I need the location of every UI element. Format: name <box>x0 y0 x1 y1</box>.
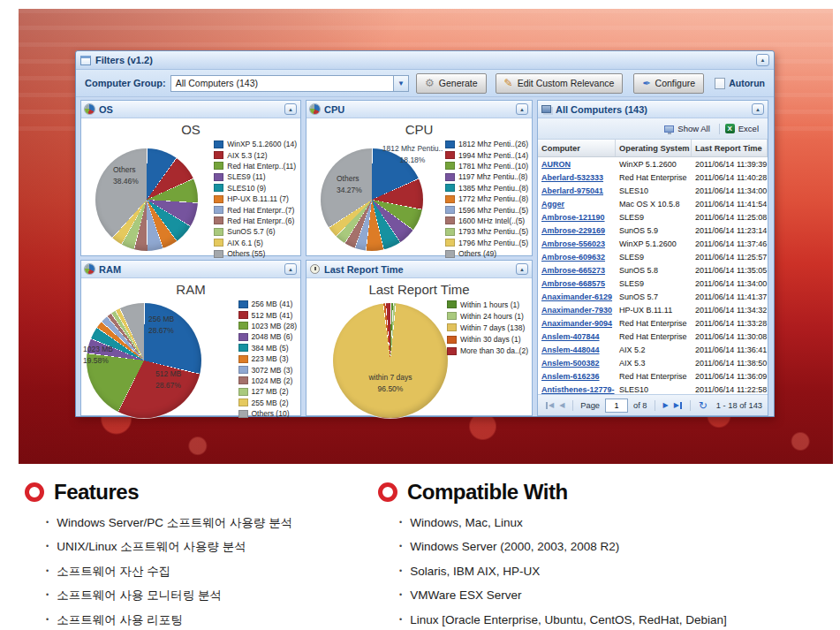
last-report-time-cell: 2011/06/14 11:34:32 <box>692 306 768 315</box>
collapse-icon[interactable] <box>516 263 528 275</box>
refresh-icon[interactable] <box>699 400 708 411</box>
generate-button[interactable]: Generate <box>416 73 487 94</box>
computer-link[interactable]: Ambrose-609632 <box>538 253 616 262</box>
legend-item: Within 7 days (138) <box>447 322 528 333</box>
legend-label: Within 30 days (1) <box>460 335 521 344</box>
ram-panel: RAM RAM 256 MB (41)512 MB (41)1023 MB (2… <box>80 260 301 416</box>
legend-item: Within 1 hours (1) <box>447 299 528 310</box>
pagination-bar: Page of 8 1 - 18 of 143 <box>538 394 768 415</box>
collapse-icon[interactable] <box>284 263 297 275</box>
edit-custom-relevance-label: Edit Custom Relevance <box>518 78 615 88</box>
operating-system-cell: SunOS 5.8 <box>616 266 692 275</box>
chart-title: Last Report Time <box>306 282 532 297</box>
legend-label: 1781 Mhz Penti..(10) <box>458 162 528 171</box>
toolbar: Computer Group: All Computers (143) Gene… <box>76 70 774 97</box>
computer-link[interactable]: Agger <box>538 200 616 209</box>
list-item: Windows Server (2000, 2003, 2008 R2) <box>378 540 833 553</box>
last-report-time-cell: 2011/06/14 11:36:41 <box>692 345 768 354</box>
last-page-icon[interactable] <box>674 402 682 409</box>
computer-link[interactable]: AURON <box>538 160 616 169</box>
legend-item: Others (55) <box>214 248 297 259</box>
last-report-time-cell: 2011/06/14 11:30:08 <box>692 332 768 341</box>
excel-export-button[interactable]: Excel <box>738 124 759 133</box>
configure-button[interactable]: Configure <box>633 73 704 94</box>
autorun-checkbox[interactable] <box>715 78 725 89</box>
column-header-last-report-time[interactable]: Last Report Time <box>692 140 768 156</box>
computer-link[interactable]: Anaximander-6129 <box>538 292 616 301</box>
computer-link[interactable]: Ambrose-121190 <box>538 213 616 222</box>
table-row: Aberlard-532333Red Hat Enterprise2011/06… <box>538 171 768 184</box>
edit-custom-relevance-button[interactable]: Edit Custom Relevance <box>496 73 624 94</box>
clock-icon <box>310 264 320 274</box>
show-all-button[interactable]: Show All <box>677 124 709 133</box>
prev-page-icon[interactable] <box>559 402 564 409</box>
os-panel-header[interactable]: OS <box>81 101 300 118</box>
operating-system-cell: SunOS 5.7 <box>616 292 692 301</box>
ram-panel-header[interactable]: RAM <box>81 261 300 278</box>
configure-button-label: Configure <box>655 78 696 88</box>
chevron-down-icon[interactable] <box>393 75 409 92</box>
collapse-icon[interactable] <box>516 103 528 115</box>
computer-link[interactable]: Anaximander-7930 <box>538 306 616 315</box>
computer-link[interactable]: Ambrose-668575 <box>538 279 616 288</box>
table-row: Ambrose-668575SLES92011/06/14 11:34:00 <box>538 277 768 290</box>
legend-label: More than 30 da..(2) <box>460 346 528 355</box>
last-report-time-panel-header[interactable]: Last Report Time <box>306 261 532 278</box>
operating-system-cell: SLES9 <box>616 253 692 262</box>
bullet-icon <box>399 540 402 553</box>
window-icon <box>80 56 91 65</box>
computer-link[interactable]: Aberlard-975041 <box>538 186 616 195</box>
computer-link[interactable]: Anaximander-9094 <box>538 319 616 328</box>
last-report-time-cell: 2011/06/14 11:33:28 <box>692 319 768 328</box>
column-header-computer[interactable]: Computer <box>538 140 616 156</box>
collapse-icon[interactable] <box>284 103 297 115</box>
first-page-icon[interactable] <box>546 402 554 409</box>
monitor-icon <box>664 125 674 133</box>
all-computers-panel-title: All Computers (143) <box>556 104 752 115</box>
collapse-icon[interactable] <box>752 103 764 115</box>
computer-link[interactable]: Ambrose-229169 <box>538 226 616 235</box>
os-pie-chart <box>95 148 198 251</box>
pencil-icon <box>504 78 513 88</box>
pie-chart-icon <box>85 264 95 274</box>
window-collapse-icon[interactable] <box>756 54 769 66</box>
list-item: 소프트웨어 자산 수집 <box>25 565 365 578</box>
computer-link[interactable]: Anslem-448044 <box>538 345 616 354</box>
slice-label-line: Others <box>337 173 362 185</box>
computer-link[interactable]: Anslem-407844 <box>538 332 616 341</box>
legend-label: AIX 6.1 (5) <box>227 239 263 247</box>
computer-link[interactable]: Ambrose-556023 <box>538 239 616 248</box>
compatible-with-title: Compatible With <box>407 480 568 505</box>
slice-label-line: 34.27% <box>337 185 362 196</box>
table-row: AURONWinXP 5.1.26002011/06/14 11:39:39 <box>538 157 768 171</box>
cpu-panel-header[interactable]: CPU <box>306 101 532 118</box>
computer-link[interactable]: Antisthenes-12779- <box>538 385 616 394</box>
legend-label: 1024 MB (2) <box>252 376 293 385</box>
last-report-time-panel-body: Last Report Time Within 1 hours (1)Withi… <box>306 282 532 420</box>
legend-swatch-icon <box>445 250 455 258</box>
legend-swatch-icon <box>447 312 457 320</box>
table-body: AURONWinXP 5.1.26002011/06/14 11:39:39Ab… <box>538 157 768 394</box>
computer-link[interactable]: Ambrose-665273 <box>538 266 616 275</box>
legend-swatch-icon <box>214 250 223 258</box>
column-header-operating-system[interactable]: Operating System <box>616 140 692 156</box>
legend-label: HP-UX B.11.11 (7) <box>227 194 289 203</box>
table-row: Anslem-448044AIX 5.22011/06/14 11:36:41 <box>538 343 768 356</box>
legend-label: WinXP 5.1.2600 (14) <box>227 140 297 148</box>
computer-group-select[interactable]: All Computers (143) <box>170 75 409 92</box>
legend-item: 1793 Mhz Pentiu..(5) <box>445 226 528 237</box>
slice-label-line: 512 MB <box>155 368 181 380</box>
page-number-input[interactable] <box>605 398 628 413</box>
next-page-icon[interactable] <box>663 402 669 409</box>
legend-label: Others (49) <box>458 249 496 258</box>
computer-link[interactable]: Anslem-500382 <box>538 359 616 368</box>
slice-label-line: 38.46% <box>113 176 139 187</box>
bullet-icon <box>46 565 49 578</box>
all-computers-panel-header[interactable]: All Computers (143) <box>538 101 768 118</box>
pie-chart-icon <box>310 104 320 114</box>
bullet-icon <box>46 613 49 626</box>
features-title: Features <box>54 480 139 505</box>
table-row: Anslem-500382AIX 5.32011/06/14 11:38:50 <box>538 356 768 369</box>
computer-link[interactable]: Anslem-616236 <box>538 372 616 381</box>
computer-link[interactable]: Aberlard-532333 <box>538 173 616 182</box>
